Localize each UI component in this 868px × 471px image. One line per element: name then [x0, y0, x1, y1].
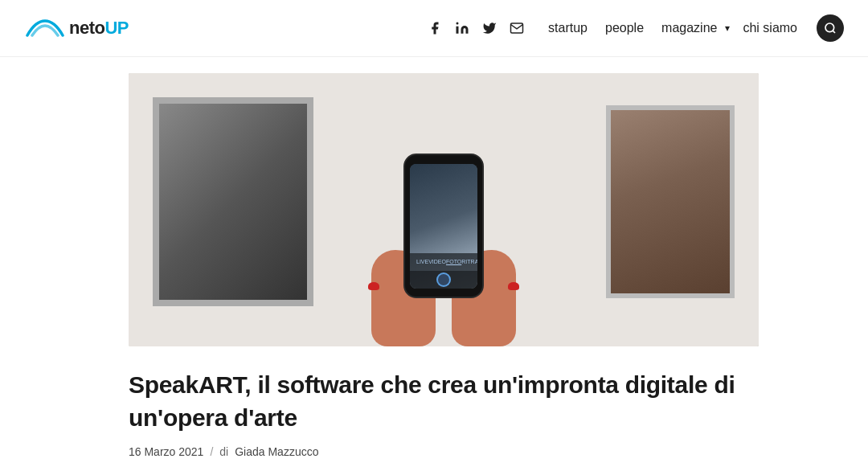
main-nav: startup people magazine ▾ chi siamo — [543, 14, 844, 42]
nav-magazine[interactable]: magazine — [657, 18, 722, 39]
article-hero-image: LIVE VIDEO FOTO RITRATTO — [129, 73, 739, 346]
article-title: SpeakART, il software che crea un'impron… — [129, 369, 739, 434]
chevron-down-icon: ▾ — [725, 23, 730, 34]
main-content: LIVE VIDEO FOTO RITRATTO — [104, 57, 764, 471]
phone: LIVE VIDEO FOTO RITRATTO — [403, 154, 484, 298]
nav-people[interactable]: people — [600, 18, 649, 39]
logo-wordmark: netoUP — [69, 18, 129, 39]
meta-separator: / — [210, 445, 213, 458]
svg-line-2 — [833, 31, 835, 33]
site-header: netoUP startup pe — [0, 0, 868, 57]
email-link[interactable] — [510, 21, 524, 35]
nav-chi-siamo[interactable]: chi siamo — [738, 18, 802, 39]
author-prefix: di — [219, 445, 228, 458]
gallery-artwork-left — [153, 97, 313, 306]
twitter-link[interactable] — [482, 21, 497, 35]
linkedin-link[interactable] — [455, 21, 469, 35]
gallery-artwork-right — [606, 105, 735, 298]
svg-point-0 — [457, 23, 459, 25]
nav-startup[interactable]: startup — [543, 18, 592, 39]
article-meta: 16 Marzo 2021 / di Giada Mazzucco — [129, 445, 739, 458]
facebook-link[interactable] — [428, 21, 442, 35]
article-date: 16 Marzo 2021 — [129, 445, 203, 458]
logo-text: netoUP — [69, 18, 129, 39]
article-author[interactable]: Giada Mazzucco — [235, 445, 318, 458]
social-nav — [428, 21, 524, 35]
site-logo[interactable]: netoUP — [24, 18, 129, 39]
logo-icon — [24, 19, 66, 37]
search-button[interactable] — [817, 14, 844, 42]
svg-point-1 — [825, 23, 834, 32]
nav-magazine-dropdown[interactable]: magazine ▾ — [657, 18, 730, 39]
hero-image-placeholder: LIVE VIDEO FOTO RITRATTO — [129, 73, 759, 346]
